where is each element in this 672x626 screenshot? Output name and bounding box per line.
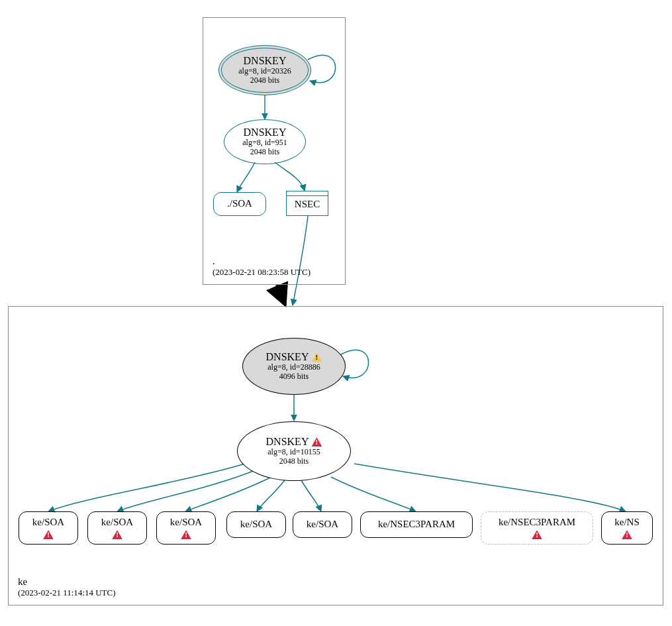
ke-soa-2: ke/SOA bbox=[87, 511, 147, 545]
warning-icon bbox=[311, 352, 322, 362]
root-zsk-node: DNSKEY alg=8, id=951 2048 bits bbox=[224, 119, 306, 164]
ke-soa-5: ke/SOA bbox=[293, 511, 352, 538]
error-icon bbox=[43, 530, 54, 539]
root-nsec-node: NSEC bbox=[286, 191, 328, 216]
root-zsk-bits: 2048 bits bbox=[250, 148, 279, 157]
root-ksk-alg: alg=8, id=20326 bbox=[238, 67, 291, 76]
root-ksk-node: DNSKEY alg=8, id=20326 2048 bits bbox=[218, 45, 311, 95]
ke-nsec3param-1: ke/NSEC3PARAM bbox=[360, 511, 473, 538]
zone-root-name: . bbox=[213, 255, 311, 267]
ke-soa-3: ke/SOA bbox=[156, 511, 216, 545]
root-soa-label: ./SOA bbox=[227, 198, 252, 209]
error-icon bbox=[532, 530, 542, 539]
root-zsk-alg: alg=8, id=951 bbox=[242, 138, 287, 148]
root-nsec-label: NSEC bbox=[295, 199, 320, 210]
error-icon bbox=[181, 530, 191, 539]
ke-zsk-node: DNSKEY alg=8, id=10155 2048 bits bbox=[237, 421, 351, 481]
error-icon bbox=[311, 437, 322, 446]
ke-ksk-alg: alg=8, id=28886 bbox=[267, 363, 320, 372]
zone-ke-caption: ke (2023-02-21 11:14:14 UTC) bbox=[18, 576, 116, 598]
ke-zsk-bits: 2048 bits bbox=[279, 457, 309, 466]
zone-root-caption: . (2023-02-21 08:23:58 UTC) bbox=[213, 255, 311, 278]
ke-ksk-bits: 4096 bits bbox=[279, 372, 309, 382]
zone-ke-name: ke bbox=[18, 576, 116, 588]
ke-ns: ke/NS bbox=[601, 511, 653, 545]
error-icon bbox=[112, 530, 122, 539]
ke-ksk-node: DNSKEY alg=8, id=28886 4096 bits bbox=[242, 338, 346, 395]
zone-root-timestamp: (2023-02-21 08:23:58 UTC) bbox=[213, 267, 311, 278]
ke-nsec3param-2: ke/NSEC3PARAM bbox=[481, 511, 593, 545]
root-ksk-bits: 2048 bits bbox=[250, 76, 279, 85]
zone-ke-timestamp: (2023-02-21 11:14:14 UTC) bbox=[18, 588, 116, 598]
ke-soa-4: ke/SOA bbox=[226, 511, 286, 538]
ke-ksk-title: DNSKEY bbox=[266, 351, 322, 363]
ke-zsk-alg: alg=8, id=10155 bbox=[267, 448, 320, 457]
root-ksk-title: DNSKEY bbox=[244, 55, 287, 67]
ke-soa-1: ke/SOA bbox=[19, 511, 78, 545]
error-icon bbox=[622, 530, 632, 539]
root-soa-node: ./SOA bbox=[213, 192, 266, 216]
diagram-canvas: . (2023-02-21 08:23:58 UTC) DNSKEY alg=8… bbox=[7, 7, 665, 619]
ke-zsk-title: DNSKEY bbox=[266, 436, 322, 448]
root-zsk-title: DNSKEY bbox=[244, 127, 287, 138]
